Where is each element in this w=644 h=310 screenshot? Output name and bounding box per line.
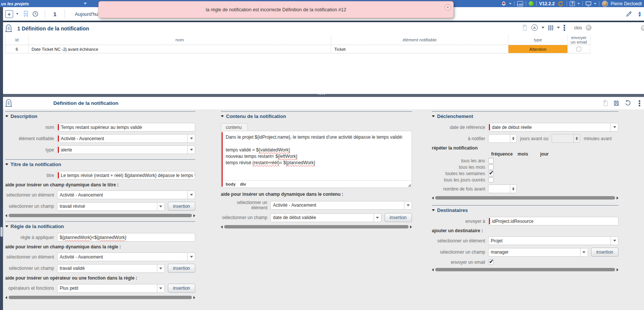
add-chevron-icon[interactable] bbox=[16, 13, 18, 15]
minutes-avant-suffix: minutes avant bbox=[584, 136, 612, 141]
alerts-icon[interactable] bbox=[501, 1, 507, 6]
section-titre[interactable]: Titre de la notification bbox=[5, 159, 195, 167]
columns-icon[interactable] bbox=[548, 25, 553, 30]
tous-les-ans-checkbox[interactable] bbox=[488, 158, 494, 163]
type-label: type bbox=[5, 147, 57, 153]
refresh-icon[interactable] bbox=[557, 0, 564, 7]
checklist-icon[interactable] bbox=[603, 100, 608, 106]
destinataire-element-select[interactable]: Projet bbox=[488, 236, 618, 245]
tag-body[interactable]: body bbox=[226, 182, 235, 186]
column-header-type[interactable]: type bbox=[508, 35, 568, 45]
horizontal-scrollbar[interactable] bbox=[5, 213, 195, 218]
element-notifiable-label: élément notifiable bbox=[5, 136, 57, 141]
tag-div[interactable]: div bbox=[240, 182, 246, 186]
minutes-avant-spinner[interactable] bbox=[552, 134, 580, 143]
pencil-icon[interactable] bbox=[626, 11, 632, 17]
project-selector[interactable]: us les projets bbox=[0, 2, 87, 6]
filter-chevron-icon[interactable] bbox=[541, 27, 544, 29]
email-checkbox[interactable] bbox=[576, 47, 581, 51]
titre-input[interactable]: Le temps révisé (restant + réél) ${plann… bbox=[57, 171, 195, 180]
horizontal-scrollbar[interactable] bbox=[432, 196, 618, 200]
closed-toggle[interactable] bbox=[586, 25, 591, 30]
resize-handle-icon[interactable] bbox=[408, 184, 411, 187]
section-description[interactable]: Description bbox=[5, 111, 195, 119]
status-indicator bbox=[529, 1, 534, 6]
chevron-down-icon bbox=[187, 191, 195, 199]
error-banner: la règle de notification est incorrecte … bbox=[98, 1, 454, 18]
nombre-fois-spinner[interactable] bbox=[488, 184, 517, 193]
nom-input[interactable]: Temps restant supérieur au temps validé bbox=[57, 123, 195, 132]
log-icon[interactable]: LOG bbox=[517, 1, 523, 6]
vertical-scroll-handle[interactable] bbox=[0, 227, 3, 237]
regle-insertion-button[interactable]: insertion bbox=[168, 264, 195, 273]
operator-help-label: aide pour insérer un opérateur ou une fo… bbox=[5, 275, 195, 281]
tab-contenu[interactable]: contenu bbox=[221, 123, 248, 131]
destinataire-field-select[interactable]: manager bbox=[488, 248, 588, 257]
jours-avant-spinner[interactable] bbox=[488, 134, 517, 143]
horizontal-scrollbar[interactable] bbox=[432, 268, 618, 272]
contenu-insertion-button[interactable]: insertion bbox=[385, 213, 412, 222]
tous-les-jours-ouvres-checkbox[interactable] bbox=[488, 177, 494, 183]
contenu-editor[interactable]: Dans le projet ${idProject.name}, le tem… bbox=[221, 131, 412, 188]
print-icon[interactable] bbox=[522, 24, 528, 31]
date-reference-select[interactable]: date de début réelle bbox=[488, 123, 618, 132]
spin-up-icon bbox=[576, 137, 578, 138]
column-header-id[interactable]: id bbox=[5, 35, 29, 45]
section-regle[interactable]: Règle de la notification bbox=[5, 221, 195, 229]
auto-filter-icon[interactable]: A bbox=[531, 24, 538, 31]
select-field-label: sélectionner un champ bbox=[5, 204, 57, 209]
horizontal-scrollbar[interactable] bbox=[5, 295, 195, 299]
toutes-les-semaines-checkbox[interactable] bbox=[488, 171, 494, 176]
regle-element-select[interactable]: Activité - Avancement bbox=[57, 253, 195, 261]
panel-splitter[interactable] bbox=[0, 94, 644, 97]
regle-input[interactable]: ${plannedWork}<${plannedWork} bbox=[57, 233, 195, 242]
display-chevron-icon[interactable] bbox=[594, 3, 596, 5]
section-declenchement[interactable]: Déclenchement bbox=[432, 111, 618, 119]
sort-arrows-icon[interactable]: ▲▼ bbox=[638, 11, 642, 17]
save-icon[interactable] bbox=[613, 100, 620, 106]
alerts-chevron-icon[interactable] bbox=[509, 3, 511, 5]
add-button[interactable]: + bbox=[5, 10, 13, 18]
spin-down-icon bbox=[512, 189, 514, 191]
undo-icon[interactable] bbox=[624, 100, 631, 106]
destinataire-insertion-button[interactable]: insertion bbox=[591, 248, 618, 257]
chevron-down-icon bbox=[374, 214, 381, 222]
regle-field-select[interactable]: travail validé bbox=[57, 264, 165, 273]
display-icon[interactable] bbox=[585, 1, 591, 6]
section-destinataires[interactable]: Destinataires bbox=[432, 205, 618, 213]
type-select[interactable]: alerte bbox=[57, 145, 195, 154]
element-notifiable-select[interactable]: Activité - Avancement bbox=[57, 134, 195, 143]
close-icon[interactable]: ✕ bbox=[445, 4, 451, 11]
regle-label: règle à appliquer bbox=[5, 235, 57, 240]
chevron-down-icon bbox=[187, 146, 195, 154]
user-avatar[interactable] bbox=[602, 1, 608, 7]
titre-insertion-button[interactable]: insertion bbox=[168, 202, 195, 211]
column-header-email[interactable]: envoyer un email bbox=[568, 35, 590, 45]
help-chevron-icon[interactable] bbox=[578, 3, 580, 5]
table-row[interactable]: 6 Date Ticket NC -2j avant échéance Tick… bbox=[5, 45, 590, 53]
help-icon[interactable]: ? bbox=[570, 1, 575, 6]
envoyer-a-input[interactable]: idProject.idResource bbox=[488, 217, 618, 225]
envoyer-email-label: envoyer un email bbox=[432, 260, 488, 265]
operators-select[interactable]: Plus petit bbox=[57, 284, 165, 293]
detail-menu-icon[interactable] bbox=[639, 100, 640, 106]
contenu-field-select[interactable]: date de début validée bbox=[270, 213, 382, 222]
history-icon[interactable] bbox=[32, 11, 39, 17]
envoyer-email-checkbox[interactable] bbox=[488, 259, 494, 265]
contenu-element-select[interactable]: Activité - Avancement bbox=[270, 201, 412, 210]
list-menu-icon[interactable] bbox=[564, 25, 565, 31]
horizontal-scrollbar[interactable] bbox=[221, 225, 412, 229]
bookmark-icon[interactable] bbox=[23, 11, 29, 17]
cell-element: Ticket bbox=[331, 45, 508, 53]
column-header-nom[interactable]: nom bbox=[29, 35, 331, 45]
record-count: 1 bbox=[51, 11, 59, 17]
edge-toggle[interactable] bbox=[641, 25, 644, 31]
titre-element-select[interactable]: Activité - Avancement bbox=[57, 191, 195, 199]
column-header-element[interactable]: élément notifiable bbox=[331, 35, 508, 45]
titre-field-select[interactable]: travail révisé bbox=[57, 202, 165, 211]
select-element-label: sélectionner un élément bbox=[5, 192, 57, 198]
operator-insertion-button[interactable]: insertion bbox=[168, 284, 195, 293]
tous-les-mois-checkbox[interactable] bbox=[488, 164, 494, 170]
columns-chevron-icon[interactable] bbox=[557, 27, 560, 29]
section-contenu[interactable]: Contenu de la notification bbox=[221, 111, 412, 119]
